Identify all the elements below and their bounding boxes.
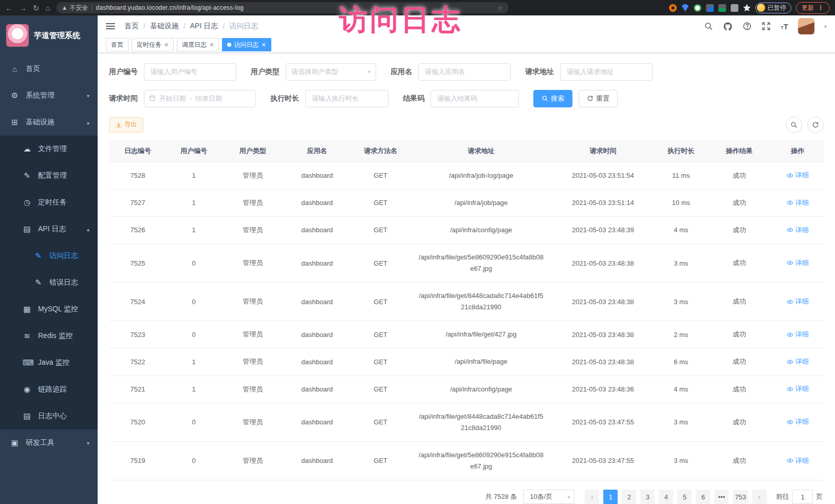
not-secure-warning[interactable]: ▲不安全	[62, 4, 88, 12]
table-row: 75221管理员dashboardGET/api/infra/file/page…	[109, 348, 824, 376]
cloud-upload-icon: ☁	[23, 144, 31, 154]
goto-page-input[interactable]	[792, 490, 813, 504]
close-icon[interactable]: ✕	[164, 42, 169, 48]
github-icon[interactable]	[723, 22, 733, 31]
page-button[interactable]: 4	[659, 490, 673, 504]
tab-scheduled-job[interactable]: 定时任务✕	[132, 38, 174, 51]
top-navbar: 首页 / 基础设施 / API 日志 / 访问日志 TT ▾	[98, 15, 835, 37]
detail-link[interactable]: 详细	[787, 384, 809, 394]
sidebar-item-infra[interactable]: ⊞ 基础设施 ▴	[0, 109, 98, 136]
sidebar-item-error-log[interactable]: ✎ 错误日志	[0, 269, 98, 296]
page-button[interactable]: 753	[733, 490, 748, 504]
tab-home[interactable]: 首页	[106, 38, 128, 51]
export-button[interactable]: 导出	[109, 117, 143, 133]
dashboard-icon: ⌂	[10, 65, 19, 73]
detail-link[interactable]: 详细	[787, 171, 809, 180]
address-bar[interactable]: ▲不安全 dashboard.yudao.iocoder.cn/infra/lo…	[57, 2, 509, 13]
close-icon[interactable]: ✕	[209, 42, 214, 48]
request-url-input[interactable]	[560, 63, 653, 81]
breadcrumb-api-log[interactable]: API 日志	[190, 22, 218, 31]
page-button[interactable]: 1	[603, 490, 618, 504]
extension-icon[interactable]	[743, 4, 751, 12]
app-logo[interactable]: 芋道管理系统	[0, 15, 98, 55]
date-range-picker[interactable]: 开始日期 - 结束日期	[144, 90, 256, 107]
sidebar-item-file-manage[interactable]: ☁ 文件管理	[0, 136, 98, 162]
result-code-input[interactable]	[431, 90, 519, 107]
search-button[interactable]: 搜索	[533, 90, 572, 107]
extension-icon[interactable]	[681, 4, 689, 12]
request-time-label: 请求时间	[109, 94, 138, 103]
detail-link[interactable]: 详细	[787, 417, 809, 426]
detail-link[interactable]: 详细	[787, 258, 809, 268]
sidebar-item-access-log[interactable]: ✎ 访问日志	[0, 242, 98, 269]
font-size-icon[interactable]: TT	[781, 22, 788, 31]
error-log-icon: ✎	[34, 278, 43, 287]
sidebar-item-system[interactable]: ⚙ 系统管理 ▾	[0, 82, 98, 109]
reload-icon[interactable]: ↻	[33, 4, 40, 12]
log-icon: ▤	[23, 225, 31, 234]
extension-icon[interactable]	[706, 4, 714, 12]
sidebar-item-scheduled-job[interactable]: ◷ 定时任务	[0, 189, 98, 216]
back-icon[interactable]: ←	[5, 4, 13, 12]
fullscreen-icon[interactable]	[762, 22, 771, 31]
page-size-select[interactable]: 10条/页▾	[523, 490, 574, 504]
access-log-table: 日志编号 用户编号 用户类型 应用名 请求方法名 请求地址 请求时间 执行时长 …	[109, 140, 824, 480]
request-url-label: 请求地址	[525, 67, 554, 77]
detail-link[interactable]: 详细	[787, 330, 809, 339]
page-button[interactable]: 3	[640, 490, 655, 504]
browser-menu-icon[interactable]: ⋮	[818, 4, 824, 11]
duration-input[interactable]	[305, 90, 388, 107]
profile-paused-badge[interactable]: 已暂停	[755, 3, 791, 13]
sidebar-item-api-log[interactable]: ▤ API 日志 ▴	[0, 216, 98, 242]
table-row: 75261管理员dashboardGET/api/infra/config/pa…	[109, 216, 824, 244]
detail-link[interactable]: 详细	[787, 226, 809, 235]
chevron-down-icon: ▾	[368, 69, 370, 74]
page-button[interactable]: 5	[677, 490, 692, 504]
detail-link[interactable]: 详细	[787, 456, 809, 465]
extension-icon[interactable]	[694, 4, 701, 12]
extension-icon[interactable]	[718, 4, 726, 12]
breadcrumb-home[interactable]: 首页	[124, 22, 139, 31]
home-icon[interactable]: ⌂	[46, 4, 50, 12]
sidebar-item-devtools[interactable]: ▣ 研发工具 ▾	[0, 430, 98, 456]
hamburger-icon[interactable]	[106, 23, 115, 29]
sidebar-menu: ⌂ 首页 ⚙ 系统管理 ▾ ⊞ 基础设施 ▴ ☁ 文件管理 ✎ 配置管	[0, 55, 98, 456]
caret-down-icon[interactable]: ▾	[824, 24, 827, 29]
more-pages-button[interactable]: •••	[714, 490, 729, 504]
col-actions: 操作	[772, 140, 824, 162]
next-page-button[interactable]: ›	[752, 490, 767, 504]
sidebar-item-redis-monitor[interactable]: ≋ Redis 监控	[0, 323, 98, 349]
user-avatar[interactable]	[798, 18, 814, 34]
search-icon[interactable]	[704, 22, 713, 31]
tab-schedule-log[interactable]: 调度日志✕	[177, 38, 219, 51]
close-icon[interactable]: ✕	[261, 42, 266, 48]
app-name-input[interactable]	[418, 63, 511, 81]
breadcrumb-infra[interactable]: 基础设施	[150, 22, 179, 31]
detail-link[interactable]: 详细	[787, 198, 809, 208]
sidebar-item-mysql-monitor[interactable]: ▦ MySQL 监控	[0, 296, 98, 323]
tab-access-log[interactable]: 访问日志✕	[222, 38, 271, 51]
bookmark-star-icon[interactable]: ☆	[497, 4, 504, 12]
prev-page-button[interactable]: ‹	[585, 490, 599, 504]
refresh-button[interactable]	[807, 117, 824, 133]
reset-button[interactable]: 重置	[579, 90, 618, 107]
help-icon[interactable]	[743, 22, 752, 31]
sidebar-item-java-monitor[interactable]: ⌨ Java 监控	[0, 349, 98, 376]
sidebar-item-log-center[interactable]: ▤ 日志中心	[0, 403, 98, 430]
user-type-select[interactable]: 请选择用户类型▾	[286, 63, 376, 81]
detail-link[interactable]: 详细	[787, 297, 809, 306]
toggle-search-button[interactable]	[786, 117, 802, 133]
page-button[interactable]: 2	[622, 490, 636, 504]
sidebar-item-trace[interactable]: ◉ 链路追踪	[0, 376, 98, 403]
detail-link[interactable]: 详细	[787, 357, 809, 366]
tags-view: 首页 定时任务✕ 调度日志✕ 访问日志✕	[98, 37, 835, 52]
extension-icon[interactable]	[731, 4, 738, 12]
page-button[interactable]: 6	[696, 490, 710, 504]
chrome-update-button[interactable]: 更新 ⋮	[796, 2, 830, 14]
sidebar-item-home[interactable]: ⌂ 首页	[0, 55, 98, 82]
table-row: 75230管理员dashboardGET/api/infra/file/get/…	[109, 321, 824, 348]
sidebar-item-config-manage[interactable]: ✎ 配置管理	[0, 162, 98, 189]
forward-icon[interactable]: →	[19, 4, 27, 12]
extension-icon[interactable]	[669, 4, 677, 12]
user-id-input[interactable]	[144, 63, 236, 81]
